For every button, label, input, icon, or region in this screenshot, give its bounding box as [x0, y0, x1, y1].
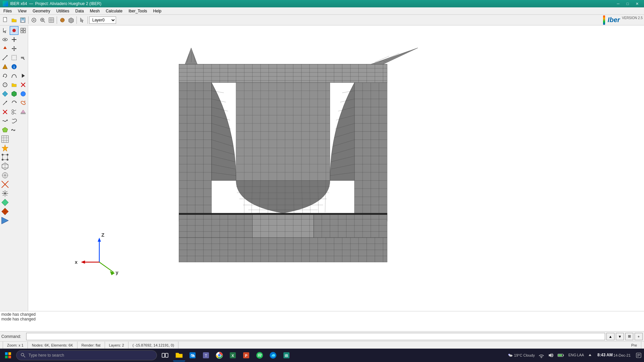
view-zoom-button[interactable] — [39, 16, 47, 24]
svg-point-340 — [218, 354, 221, 357]
open-button[interactable] — [10, 16, 18, 24]
lt-hammer[interactable] — [19, 53, 28, 62]
menu-geometry[interactable]: Geometry — [30, 8, 53, 14]
lt-next[interactable] — [19, 71, 28, 80]
tray-battery[interactable] — [556, 353, 566, 358]
select-button[interactable] — [78, 16, 86, 24]
lt-triangle[interactable] — [1, 62, 9, 71]
lt-blue-circle[interactable] — [19, 89, 28, 98]
lt-paint[interactable] — [1, 207, 9, 216]
lt-x-red[interactable] — [19, 80, 28, 89]
lt-wave[interactable] — [1, 117, 9, 125]
menu-files[interactable]: Files — [1, 8, 14, 14]
lt-oval-spin[interactable] — [19, 99, 28, 107]
menu-view[interactable]: View — [15, 8, 29, 14]
lt-arrow-diag[interactable] — [1, 99, 9, 107]
svg-point-93 — [4, 192, 6, 194]
lt-eraser[interactable] — [19, 108, 28, 116]
app-icon — [3, 1, 8, 6]
lt-connect[interactable] — [1, 153, 9, 162]
console-scroll-up[interactable]: ▲ — [606, 333, 614, 340]
taskbar-powerpoint[interactable]: P — [240, 349, 252, 361]
menu-utilities[interactable]: Utilities — [54, 8, 72, 14]
lt-hexagon[interactable] — [10, 89, 18, 98]
taskbar-iber[interactable]: IB — [280, 349, 292, 361]
lt-mesh-explode[interactable] — [1, 189, 9, 198]
lt-rotate2[interactable] — [10, 99, 18, 107]
console-scroll-down[interactable]: ▼ — [616, 333, 624, 340]
mesh-display-button[interactable] — [47, 16, 55, 24]
lt-bezier[interactable] — [10, 71, 18, 80]
tray-language[interactable]: ENG LAA — [567, 353, 585, 357]
lt-circle[interactable] — [1, 80, 9, 89]
svg-point-5 — [33, 19, 35, 21]
taskbar-chrome[interactable] — [213, 349, 225, 361]
lt-star[interactable] — [1, 144, 9, 153]
maximize-button[interactable]: □ — [623, 0, 632, 7]
lt-move[interactable] — [10, 44, 18, 53]
lt-light[interactable] — [1, 198, 9, 207]
save-button[interactable] — [19, 16, 27, 24]
search-bar[interactable]: Type here to search — [16, 350, 157, 360]
render-button[interactable] — [58, 16, 66, 24]
lt-dot[interactable] — [10, 26, 18, 35]
command-input[interactable] — [26, 333, 605, 340]
lt-row-6 — [1, 71, 27, 80]
lt-cursor[interactable] — [1, 26, 9, 35]
clock[interactable]: 8:43 AM 14-Dec-21 — [595, 353, 633, 358]
mesh-left-col — [179, 82, 211, 221]
lt-plus[interactable] — [10, 35, 18, 44]
menu-mesh[interactable]: Mesh — [87, 8, 102, 14]
svg-rect-330 — [8, 356, 11, 358]
tray-weather[interactable]: 19°C Cloudy — [506, 352, 536, 358]
lt-rotate[interactable] — [1, 71, 9, 80]
console-plus[interactable]: + — [635, 333, 643, 340]
lt-array[interactable] — [1, 162, 9, 171]
svg-rect-317 — [179, 213, 387, 215]
menu-iber-tools[interactable]: Iber_Tools — [126, 8, 150, 14]
svg-point-18 — [12, 29, 16, 32]
layer-select[interactable]: Layer0 Layer1 Layer2 — [89, 16, 116, 24]
taskbar-edge[interactable] — [267, 349, 279, 361]
taskbar-excel[interactable]: X — [227, 349, 239, 361]
close-button[interactable]: ✕ — [633, 0, 641, 7]
console-expand[interactable]: ⊞ — [625, 333, 633, 340]
lt-polygon[interactable] — [1, 126, 9, 134]
tray-notification[interactable] — [635, 353, 643, 358]
lt-folder[interactable] — [10, 80, 18, 89]
solid-button[interactable] — [67, 16, 75, 24]
viewport[interactable]: Z y x — [28, 25, 644, 311]
lt-x-cross[interactable] — [1, 108, 9, 116]
lt-eye[interactable] — [1, 35, 9, 44]
menu-calculate[interactable]: Calculate — [103, 8, 125, 14]
tray-volume[interactable] — [547, 353, 555, 358]
lt-triangle-down[interactable] — [1, 216, 9, 225]
lt-cross-lines[interactable] — [1, 180, 9, 189]
lt-lattice[interactable] — [1, 135, 9, 143]
lt-spring[interactable] — [10, 117, 18, 125]
svg-point-351 — [508, 354, 510, 356]
lt-wave2[interactable] — [10, 126, 18, 134]
taskbar-spotify[interactable] — [254, 349, 266, 361]
task-view-button[interactable] — [158, 349, 172, 362]
tray-network[interactable] — [537, 353, 545, 358]
lt-info[interactable]: i — [10, 62, 18, 71]
menu-help[interactable]: Help — [151, 8, 164, 14]
lt-mesh-star[interactable] — [1, 171, 9, 180]
lt-scissors[interactable] — [10, 108, 18, 116]
lt-grid[interactable] — [19, 26, 28, 35]
new-button[interactable] — [1, 16, 9, 24]
lt-box-select[interactable] — [10, 53, 18, 62]
tray-arrow-up[interactable] — [587, 353, 593, 357]
menu-data[interactable]: Data — [73, 8, 87, 14]
lt-line[interactable] — [1, 53, 9, 62]
taskbar-teams[interactable]: T — [200, 349, 212, 361]
lt-diamond[interactable] — [1, 89, 9, 98]
view-fit-button[interactable] — [30, 16, 38, 24]
taskbar-store[interactable]: 🛍 — [186, 349, 199, 361]
start-button[interactable] — [1, 349, 15, 362]
taskbar-file-explorer[interactable] — [173, 349, 185, 361]
minimize-button[interactable]: ─ — [614, 0, 623, 7]
svg-point-15 — [60, 18, 64, 22]
lt-arrow-up[interactable] — [1, 44, 9, 53]
